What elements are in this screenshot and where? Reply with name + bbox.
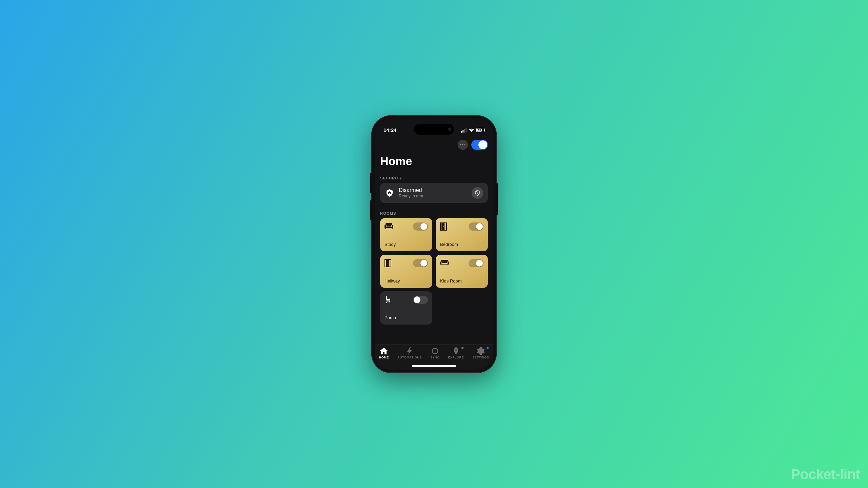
- page-title: Home: [380, 155, 488, 168]
- svg-point-9: [388, 263, 389, 263]
- room-toggle[interactable]: [469, 259, 484, 267]
- tab-label: SYNC: [430, 356, 439, 359]
- room-name: Kids Room: [440, 278, 484, 284]
- security-section-label: SECURITY: [380, 176, 488, 180]
- room-name: Porch: [384, 315, 428, 320]
- notification-dot: [487, 347, 489, 349]
- tab-label: HOME: [379, 356, 389, 359]
- room-name: Bedroom: [440, 242, 484, 247]
- tab-home[interactable]: HOME: [379, 347, 389, 359]
- svg-point-6: [443, 226, 444, 227]
- security-subtitle: Ready to arm: [399, 194, 467, 198]
- wifi-icon: [469, 128, 474, 132]
- tab-sync[interactable]: SYNC: [430, 347, 439, 359]
- tab-explore[interactable]: EXPLORE: [448, 347, 464, 359]
- chair-icon: [384, 296, 393, 304]
- svg-rect-8: [386, 260, 389, 267]
- watermark: Pocket-lint: [791, 466, 860, 483]
- door-icon: [384, 259, 393, 267]
- sync-icon: [431, 347, 439, 355]
- status-time: 14:24: [383, 127, 396, 133]
- tab-settings[interactable]: SETTINGS: [472, 347, 489, 359]
- room-name: Study: [384, 242, 428, 247]
- room-toggle[interactable]: [469, 222, 484, 231]
- rocket-icon: [452, 347, 460, 355]
- room-card-porch[interactable]: Porch: [380, 291, 432, 325]
- svg-point-2: [464, 144, 465, 145]
- room-toggle[interactable]: [413, 259, 428, 267]
- dynamic-island: [414, 124, 454, 135]
- room-name: Hallway: [384, 278, 428, 284]
- svg-point-0: [460, 144, 461, 145]
- shield-home-icon: [385, 188, 394, 198]
- master-toggle[interactable]: [471, 140, 488, 150]
- tab-bar: HOMEAUTOMATIONSSYNCEXPLORESETTINGS: [375, 344, 493, 370]
- room-card-hallway[interactable]: Hallway: [380, 255, 432, 288]
- screen: 14:24 59 Home SECURITY: [375, 119, 493, 370]
- tab-automations[interactable]: AUTOMATIONS: [397, 347, 422, 359]
- room-card-study[interactable]: Study: [380, 218, 432, 251]
- tab-label: EXPLORE: [448, 356, 464, 359]
- sofa-icon: [384, 222, 393, 231]
- phone-frame: 14:24 59 Home SECURITY: [371, 115, 497, 373]
- notification-dot: [461, 347, 463, 349]
- rooms-grid: Study Bedroom Hallway Kids Room Porch: [380, 218, 488, 325]
- bolt-icon: [406, 347, 413, 355]
- rooms-section-label: ROOMS: [380, 211, 488, 215]
- home-icon: [380, 347, 388, 355]
- door-icon: [440, 222, 448, 231]
- room-toggle[interactable]: [413, 222, 428, 231]
- svg-rect-5: [441, 223, 445, 230]
- security-status: Disarmed: [399, 187, 467, 193]
- svg-point-1: [462, 144, 463, 145]
- arm-button[interactable]: [472, 187, 483, 199]
- tab-label: AUTOMATIONS: [397, 356, 422, 359]
- security-card[interactable]: Disarmed Ready to arm: [380, 183, 488, 203]
- cellular-icon: [461, 128, 467, 133]
- svg-point-11: [434, 348, 436, 349]
- tab-label: SETTINGS: [472, 356, 489, 359]
- more-options-button[interactable]: [458, 140, 468, 150]
- room-toggle[interactable]: [413, 296, 428, 304]
- room-card-bedroom[interactable]: Bedroom: [436, 218, 488, 251]
- battery-indicator: 59: [476, 128, 485, 132]
- gear-icon: [477, 347, 485, 355]
- room-card-kids-room[interactable]: Kids Room: [436, 255, 488, 288]
- sofa-icon: [440, 259, 448, 267]
- home-indicator: [412, 365, 456, 367]
